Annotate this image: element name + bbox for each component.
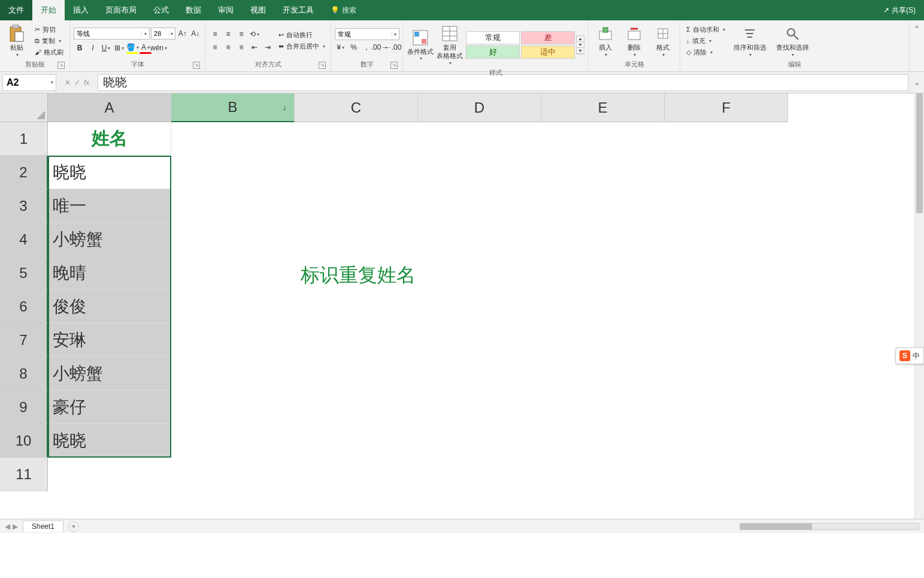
share-button[interactable]: ↗ 共享(S) (875, 0, 924, 20)
cell-A9[interactable]: 豪仔 (48, 391, 171, 424)
paste-button[interactable]: 粘贴 ▾ (4, 23, 30, 59)
format-as-table-button[interactable]: 套用 表格格式▾ (437, 23, 464, 67)
style-bad[interactable]: 差 (521, 31, 575, 44)
name-box[interactable]: ▾ (2, 74, 56, 91)
decrease-indent-button[interactable]: ⇤ (249, 41, 260, 53)
column-header-F[interactable]: F (665, 93, 788, 122)
row-header-5[interactable]: 5 (0, 256, 48, 290)
dialog-launcher-icon[interactable]: ↘ (193, 62, 200, 69)
next-sheet-button[interactable]: ▶ (13, 522, 18, 531)
merge-center-button[interactable]: ⬌合并后居中▾ (276, 41, 328, 52)
border-button[interactable]: ⊞▾ (113, 42, 125, 54)
cell-A3[interactable]: 唯一 (48, 189, 171, 223)
collapse-ribbon-button[interactable]: ^ (910, 20, 924, 71)
percent-button[interactable]: % (348, 41, 360, 53)
copy-button[interactable]: ⧉复制▾ (32, 36, 66, 46)
row-header-9[interactable]: 9 (0, 391, 48, 424)
fill-color-button[interactable]: 🪣▾ (126, 42, 138, 54)
align-top-button[interactable]: ≡ (209, 28, 221, 40)
cell-A10[interactable]: 晓晓 (48, 424, 171, 458)
row-header-6[interactable]: 6 (0, 290, 48, 323)
cell-A7[interactable]: 安琳 (48, 323, 171, 357)
wrap-text-button[interactable]: ↩自动换行 (276, 30, 328, 40)
column-header-C[interactable]: C (295, 93, 418, 122)
name-box-input[interactable] (3, 77, 49, 88)
find-select-button[interactable]: 查找和选择▾ (772, 23, 813, 59)
bold-button[interactable]: B (74, 42, 86, 54)
horizontal-scrollbar[interactable] (740, 523, 919, 530)
row-header-11[interactable]: 11 (0, 458, 48, 491)
cell-A5[interactable]: 晚晴 (48, 256, 171, 290)
tab-view[interactable]: 视图 (242, 0, 274, 20)
cell-A2[interactable]: 晓晓 (48, 156, 171, 189)
dialog-launcher-icon[interactable]: ↘ (319, 62, 326, 69)
gallery-scroll[interactable]: ▴▾▾ (576, 35, 584, 55)
row-header-2[interactable]: 2 (0, 156, 48, 189)
italic-button[interactable]: I (87, 42, 99, 54)
tab-data[interactable]: 数据 (177, 0, 210, 20)
clear-button[interactable]: ◇清除▾ (684, 47, 728, 58)
decrease-decimal-button[interactable]: ←.00 (387, 41, 399, 53)
tab-search[interactable]: 💡 搜索 (322, 0, 365, 20)
cut-button[interactable]: ✂剪切 (32, 25, 66, 35)
ime-indicator[interactable]: S 中 (895, 347, 924, 364)
row-header-1[interactable]: 1 (0, 122, 48, 156)
insert-cells-button[interactable]: 插入▾ (592, 23, 619, 59)
font-name-combo[interactable]: ▾ (74, 28, 150, 40)
format-cells-button[interactable]: 格式▾ (650, 23, 676, 59)
sort-filter-button[interactable]: 排序和筛选▾ (730, 23, 770, 59)
select-all-corner[interactable] (0, 93, 48, 122)
increase-indent-button[interactable]: ⇥ (262, 41, 274, 53)
dialog-launcher-icon[interactable]: ↘ (57, 62, 65, 69)
chevron-down-icon[interactable]: ▾ (49, 80, 56, 85)
tab-dev[interactable]: 开发工具 (274, 0, 322, 20)
align-right-button[interactable]: ≡ (235, 41, 247, 53)
increase-font-button[interactable]: A↑ (177, 28, 189, 40)
fx-button[interactable]: fx (84, 78, 89, 87)
sheet-tab[interactable]: Sheet1 (23, 520, 63, 532)
cell-A1[interactable]: 姓名 (48, 122, 171, 156)
number-format-combo[interactable]: ▾ (335, 28, 399, 40)
tab-insert[interactable]: 插入 (65, 0, 97, 20)
conditional-format-button[interactable]: 条件格式▾ (407, 23, 434, 67)
row-header-10[interactable]: 10 (0, 424, 48, 458)
decrease-font-button[interactable]: A↓ (189, 28, 201, 40)
currency-button[interactable]: ¥▾ (335, 41, 347, 53)
phonetic-button[interactable]: wén▾ (153, 42, 165, 54)
style-good[interactable]: 好 (466, 46, 520, 59)
tab-home[interactable]: 开始 (32, 0, 65, 20)
font-size-combo[interactable]: ▾ (151, 28, 175, 40)
row-header-3[interactable]: 3 (0, 189, 48, 223)
align-left-button[interactable]: ≡ (209, 41, 221, 53)
column-header-E[interactable]: E (541, 93, 665, 122)
orientation-button[interactable]: ⟲▾ (249, 28, 260, 40)
add-sheet-button[interactable]: + (68, 521, 79, 532)
tab-file[interactable]: 文件 (0, 0, 32, 20)
tab-review[interactable]: 审阅 (210, 0, 242, 20)
cell-A8[interactable]: 小螃蟹 (48, 357, 171, 391)
align-bottom-button[interactable]: ≡ (235, 28, 247, 40)
align-middle-button[interactable]: ≡ (222, 28, 234, 40)
autosum-button[interactable]: Σ自动求和▾ (684, 25, 728, 35)
cell-A4[interactable]: 小螃蟹 (48, 223, 171, 256)
cancel-formula-button[interactable]: ✕ (65, 78, 71, 87)
style-normal[interactable]: 常规 (466, 31, 520, 44)
style-neutral[interactable]: 适中 (521, 46, 575, 59)
accept-formula-button[interactable]: ✓ (74, 78, 80, 87)
tab-layout[interactable]: 页面布局 (97, 0, 145, 20)
cell-A6[interactable]: 俊俊 (48, 290, 171, 323)
prev-sheet-button[interactable]: ◀ (5, 522, 10, 531)
column-header-A[interactable]: A (48, 93, 171, 122)
format-painter-button[interactable]: 🖌格式刷 (32, 47, 66, 58)
column-header-D[interactable]: D (418, 93, 541, 122)
expand-formula-bar-button[interactable]: ⌄ (912, 78, 922, 87)
row-header-7[interactable]: 7 (0, 323, 48, 357)
vertical-scrollbar[interactable] (914, 93, 924, 519)
cell-styles-gallery[interactable]: 常规 差 好 适中 (466, 31, 575, 59)
underline-button[interactable]: U▾ (100, 42, 112, 54)
row-header-8[interactable]: 8 (0, 357, 48, 391)
align-center-button[interactable]: ≡ (222, 41, 234, 53)
column-header-B[interactable]: B↓ (171, 93, 295, 122)
tab-formula[interactable]: 公式 (145, 0, 177, 20)
dialog-launcher-icon[interactable]: ↘ (390, 62, 398, 69)
